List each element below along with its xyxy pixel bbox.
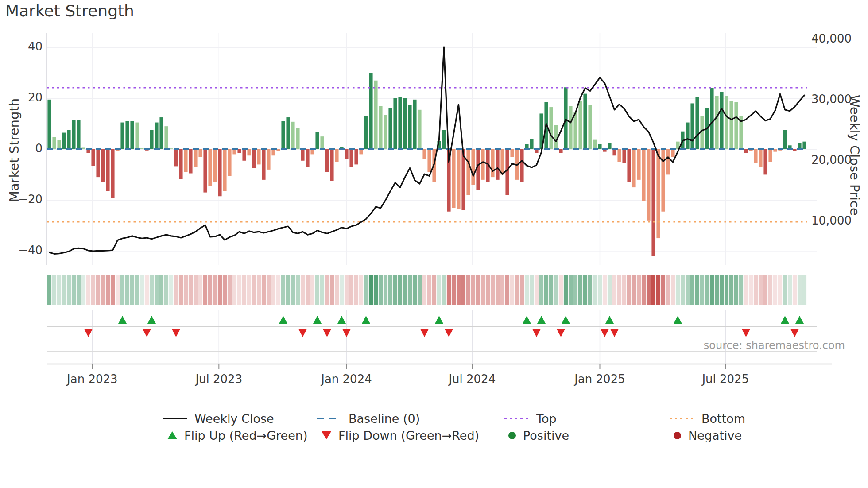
strength-bar bbox=[783, 130, 787, 149]
strength-bar bbox=[725, 96, 728, 149]
heatmap-cell bbox=[583, 275, 587, 305]
heatmap-cell bbox=[525, 275, 529, 305]
heatmap-cell bbox=[159, 275, 163, 305]
heatmap-cell bbox=[622, 275, 626, 305]
strength-bar bbox=[257, 149, 260, 164]
strength-bar bbox=[710, 88, 713, 149]
strength-bar bbox=[452, 149, 455, 208]
heatmap-cell bbox=[398, 275, 402, 305]
heatmap-cell bbox=[593, 275, 597, 305]
strength-bar bbox=[335, 149, 338, 162]
strength-bar bbox=[720, 92, 723, 149]
strength-bar bbox=[530, 139, 533, 149]
strength-bar bbox=[189, 149, 192, 174]
strength-bar bbox=[715, 96, 718, 149]
strength-bar bbox=[306, 149, 309, 167]
heatmap-cell bbox=[198, 275, 202, 305]
heatmap-cell bbox=[169, 275, 173, 305]
heatmap-cell bbox=[379, 275, 383, 305]
strength-bar bbox=[130, 121, 134, 149]
strength-bar bbox=[57, 140, 61, 149]
strength-bar bbox=[96, 149, 100, 177]
heatmap-cell bbox=[418, 275, 422, 305]
strength-bar bbox=[695, 97, 699, 149]
heatmap-cell bbox=[549, 275, 553, 305]
negative-dot-icon bbox=[674, 432, 681, 439]
strength-bar bbox=[242, 149, 246, 161]
strength-bar bbox=[169, 148, 173, 149]
heatmap-cell bbox=[72, 275, 76, 305]
heatmap-cell bbox=[486, 275, 490, 305]
legend-label: Positive bbox=[523, 429, 569, 442]
heatmap-cell bbox=[194, 275, 198, 305]
heatmap-cell bbox=[651, 275, 655, 305]
strength-bar bbox=[500, 149, 504, 174]
baseline-dash-icon bbox=[317, 418, 341, 419]
heatmap-cell bbox=[320, 275, 324, 305]
flip-up-marker bbox=[523, 316, 531, 324]
strength-bar bbox=[481, 149, 484, 180]
heatmap-cell bbox=[476, 275, 480, 305]
heatmap-cell bbox=[179, 275, 183, 305]
heatmap-cell bbox=[232, 275, 236, 305]
heatmap-cell bbox=[237, 275, 241, 305]
weekly-close-line-icon bbox=[163, 418, 187, 419]
heatmap-cell bbox=[271, 275, 275, 305]
heatmap-cell bbox=[213, 275, 217, 305]
heatmap-cell bbox=[574, 275, 577, 305]
heatmap-cell bbox=[120, 275, 124, 305]
heatmap-cell bbox=[559, 275, 563, 305]
legend-label: Top bbox=[536, 412, 557, 426]
strength-bar bbox=[471, 149, 475, 185]
flip-up-marker bbox=[279, 316, 287, 324]
heatmap-cell bbox=[310, 275, 314, 305]
strength-bar bbox=[661, 149, 665, 212]
heatmap-cell bbox=[788, 275, 792, 305]
heatmap-cell bbox=[661, 275, 665, 305]
strength-bar bbox=[588, 105, 592, 149]
strength-bar bbox=[651, 149, 655, 256]
heatmap-cell bbox=[749, 275, 753, 305]
strength-bar bbox=[111, 149, 114, 198]
flip-up-marker bbox=[674, 316, 682, 324]
y-left-tick-label: 20 bbox=[0, 91, 43, 104]
heatmap-cell bbox=[666, 275, 670, 305]
strength-bar bbox=[510, 149, 514, 157]
heatmap-cell bbox=[500, 275, 504, 305]
heatmap-cell bbox=[759, 275, 763, 305]
strength-bar bbox=[349, 149, 353, 167]
strength-bar bbox=[218, 149, 221, 196]
heatmap-cell bbox=[47, 275, 51, 305]
strength-bar bbox=[574, 112, 577, 149]
heatmap-cell bbox=[130, 275, 134, 305]
strength-bar bbox=[384, 115, 387, 149]
strength-bar bbox=[754, 149, 757, 163]
flip-up-marker bbox=[537, 316, 546, 324]
top-dotted-line-icon bbox=[504, 418, 529, 419]
heatmap-cell bbox=[330, 275, 334, 305]
heatmap-cell bbox=[544, 275, 548, 305]
heatmap-cell bbox=[57, 275, 61, 305]
legend-label: Negative bbox=[688, 429, 742, 442]
heatmap-cell bbox=[457, 275, 461, 305]
flip-down-marker bbox=[790, 329, 799, 337]
heatmap-cell bbox=[325, 275, 329, 305]
heatmap-cell bbox=[208, 275, 212, 305]
strength-bar bbox=[101, 149, 105, 182]
heatmap-cell bbox=[690, 275, 694, 305]
heatmap-cell bbox=[335, 275, 339, 305]
strength-bar bbox=[315, 132, 319, 149]
heatmap-cell bbox=[461, 275, 465, 305]
heatmap-cell bbox=[52, 275, 56, 305]
strength-bar bbox=[330, 149, 333, 181]
strength-bar bbox=[496, 149, 499, 180]
strength-bar bbox=[267, 149, 270, 170]
strength-bar bbox=[155, 123, 158, 149]
heatmap-cell bbox=[189, 275, 193, 305]
strength-bar bbox=[773, 149, 777, 152]
strength-bar bbox=[140, 148, 143, 149]
heatmap-cell bbox=[612, 275, 616, 305]
heatmap-cell bbox=[150, 275, 154, 305]
strength-bar bbox=[179, 149, 182, 179]
heatmap-cell bbox=[705, 275, 709, 305]
